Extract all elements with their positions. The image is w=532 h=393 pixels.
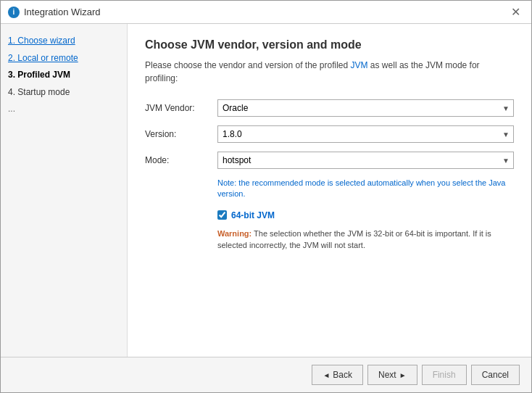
close-button[interactable]: ✕ (507, 4, 524, 21)
next-button[interactable]: Next ► (367, 365, 417, 385)
back-arrow-icon: ◄ (323, 371, 330, 379)
back-label: Back (333, 370, 352, 380)
footer: ◄ Back Next ► Finish Cancel (1, 357, 531, 392)
wizard-window: i Integration Wizard ✕ 1. Choose wizard … (0, 0, 532, 393)
bit-checkbox-row: 64-bit JVM (217, 210, 514, 220)
mode-label: Mode: (145, 155, 217, 165)
sidebar-item-profiled-jvm[interactable]: 3. Profiled JVM (7, 67, 121, 84)
mode-select[interactable]: hotspot client server (217, 152, 514, 169)
warning-text: The selection whether the JVM is 32-bit … (217, 229, 491, 250)
version-select-wrapper: 1.8.0 1.7.0 1.6.0 1.5.0 ▼ (217, 125, 514, 143)
version-select[interactable]: 1.8.0 1.7.0 1.6.0 1.5.0 (217, 125, 514, 143)
version-row: Version: 1.8.0 1.7.0 1.6.0 1.5.0 ▼ (145, 125, 514, 143)
back-button[interactable]: ◄ Back (312, 365, 363, 385)
sidebar-item-dots: ... (7, 101, 121, 118)
next-label: Next (378, 370, 396, 380)
finish-button[interactable]: Finish (422, 365, 467, 385)
vendor-select-wrapper: Oracle IBM HP BEA JRockit SAP ▼ (217, 99, 514, 117)
desc-highlight: JVM (351, 60, 368, 70)
warning-message: Warning: The selection whether the JVM i… (217, 228, 514, 252)
main-content: Choose JVM vendor, version and mode Plea… (128, 24, 531, 357)
sidebar-item-local-remote[interactable]: 2. Local or remote (7, 50, 121, 67)
bit64-checkbox[interactable] (217, 210, 227, 220)
mode-note: Note: the recommended mode is selected a… (217, 178, 514, 200)
vendor-label: JVM Vendor: (145, 103, 217, 113)
title-bar: i Integration Wizard ✕ (1, 1, 531, 24)
mode-select-wrapper: hotspot client server ▼ (217, 152, 514, 169)
version-label: Version: (145, 129, 217, 139)
bit64-label[interactable]: 64-bit JVM (231, 210, 275, 220)
sidebar-item-startup-mode[interactable]: 4. Startup mode (7, 84, 121, 102)
sidebar: 1. Choose wizard 2. Local or remote 3. P… (1, 24, 128, 357)
vendor-select[interactable]: Oracle IBM HP BEA JRockit SAP (217, 99, 514, 117)
desc-prefix: Please choose the vendor and version of … (145, 60, 351, 70)
page-title: Choose JVM vendor, version and mode (145, 38, 514, 51)
mode-row: Mode: hotspot client server ▼ (145, 152, 514, 169)
content-area: 1. Choose wizard 2. Local or remote 3. P… (1, 24, 531, 357)
window-title: Integration Wizard (24, 7, 507, 17)
vendor-row: JVM Vendor: Oracle IBM HP BEA JRockit SA… (145, 99, 514, 117)
page-description: Please choose the vendor and version of … (145, 59, 514, 85)
finish-label: Finish (433, 370, 456, 380)
next-arrow-icon: ► (399, 371, 407, 379)
cancel-label: Cancel (482, 370, 509, 380)
cancel-button[interactable]: Cancel (471, 365, 520, 385)
sidebar-item-choose-wizard[interactable]: 1. Choose wizard (7, 33, 121, 50)
warning-bold: Warning: (217, 229, 252, 238)
window-icon: i (8, 7, 20, 18)
